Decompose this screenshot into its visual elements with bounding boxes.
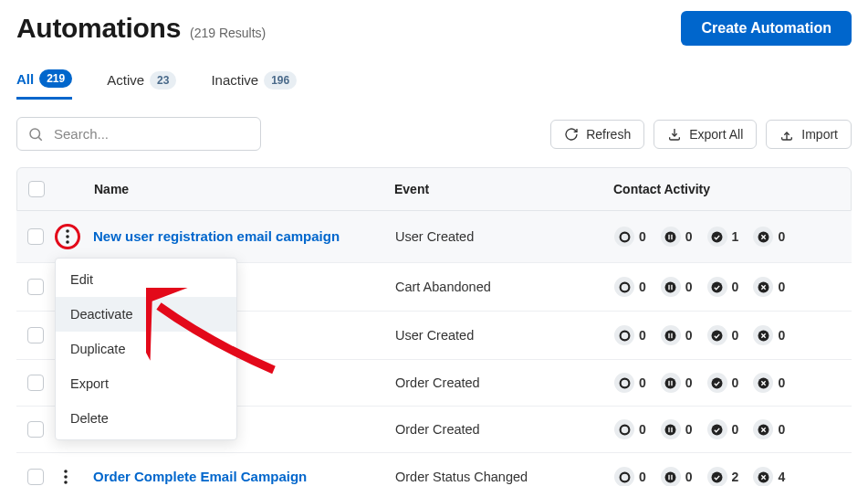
svg-rect-37 bbox=[669, 380, 670, 385]
tab-all-label: All bbox=[16, 71, 34, 87]
stat-paused: 0 bbox=[661, 467, 693, 486]
menu-item-duplicate[interactable]: Duplicate bbox=[56, 332, 236, 366]
svg-rect-57 bbox=[672, 474, 673, 479]
export-all-button[interactable]: Export All bbox=[654, 120, 757, 149]
menu-item-export[interactable]: Export bbox=[56, 366, 236, 401]
automation-name-link[interactable]: Order Complete Email Campaign bbox=[93, 469, 307, 484]
activity-cell: 0000 bbox=[614, 277, 852, 297]
stat-error: 0 bbox=[753, 373, 785, 393]
stat-running: 0 bbox=[614, 325, 646, 345]
menu-item-delete[interactable]: Delete bbox=[56, 401, 236, 436]
paused-icon bbox=[661, 467, 681, 486]
row-menu-button[interactable] bbox=[55, 466, 77, 486]
export-icon bbox=[667, 127, 682, 142]
svg-point-16 bbox=[620, 282, 629, 291]
row-checkbox[interactable] bbox=[27, 228, 44, 245]
svg-point-3 bbox=[66, 235, 69, 238]
table-header: Name Event Contact Activity bbox=[16, 167, 852, 211]
stat-done-value: 0 bbox=[732, 375, 739, 390]
stat-running-value: 0 bbox=[639, 280, 646, 294]
col-activity: Contact Activity bbox=[613, 182, 851, 196]
event-cell: Order Created bbox=[395, 375, 614, 390]
stat-error: 4 bbox=[753, 467, 785, 486]
export-all-label: Export All bbox=[689, 127, 743, 142]
tab-active-label: Active bbox=[107, 72, 144, 88]
automation-name-link[interactable]: New user registration email campaign bbox=[93, 228, 340, 244]
running-icon bbox=[614, 467, 634, 486]
tab-active[interactable]: Active 23 bbox=[107, 64, 176, 100]
select-all-checkbox[interactable] bbox=[28, 181, 45, 197]
stat-running: 0 bbox=[614, 467, 646, 486]
tab-inactive-count: 196 bbox=[264, 71, 297, 90]
stat-done-value: 0 bbox=[732, 328, 739, 343]
running-icon bbox=[614, 419, 634, 439]
stat-error-value: 0 bbox=[778, 422, 785, 437]
event-cell: Order Status Changed bbox=[395, 470, 614, 484]
error-icon bbox=[753, 419, 773, 439]
activity-cell: 0000 bbox=[614, 373, 852, 393]
stat-paused: 0 bbox=[661, 325, 693, 345]
svg-rect-29 bbox=[669, 333, 670, 337]
svg-point-36 bbox=[665, 377, 676, 388]
tab-inactive-label: Inactive bbox=[211, 72, 258, 88]
svg-rect-19 bbox=[672, 284, 673, 289]
tab-all[interactable]: All 219 bbox=[16, 64, 72, 100]
svg-point-54 bbox=[620, 472, 629, 481]
done-icon bbox=[707, 373, 727, 393]
results-count: (219 Results) bbox=[190, 26, 266, 40]
stat-done: 0 bbox=[707, 373, 739, 393]
row-checkbox[interactable] bbox=[27, 375, 44, 391]
svg-point-0 bbox=[30, 129, 40, 139]
paused-icon bbox=[661, 373, 681, 393]
stat-done-value: 1 bbox=[732, 229, 739, 244]
stat-running: 0 bbox=[614, 373, 646, 393]
stat-error-value: 0 bbox=[778, 280, 785, 294]
done-icon bbox=[707, 419, 727, 439]
error-icon bbox=[753, 227, 773, 247]
svg-point-17 bbox=[665, 281, 676, 292]
stat-paused: 0 bbox=[661, 277, 693, 297]
svg-rect-8 bbox=[672, 234, 673, 238]
activity-cell: 0010 bbox=[614, 227, 852, 247]
svg-point-44 bbox=[665, 424, 676, 435]
row-checkbox[interactable] bbox=[27, 279, 44, 295]
create-automation-button[interactable]: Create Automation bbox=[681, 11, 852, 46]
activity-cell: 0024 bbox=[614, 467, 852, 486]
stat-running-value: 0 bbox=[639, 328, 646, 343]
activity-cell: 0000 bbox=[614, 419, 852, 439]
svg-point-47 bbox=[712, 424, 723, 435]
svg-point-6 bbox=[665, 231, 676, 242]
stat-running-value: 0 bbox=[639, 470, 646, 484]
menu-item-edit[interactable]: Edit bbox=[56, 262, 236, 297]
import-icon bbox=[779, 127, 794, 142]
error-icon bbox=[753, 325, 773, 345]
stat-error-value: 4 bbox=[778, 470, 785, 484]
stat-done: 1 bbox=[707, 227, 739, 247]
svg-point-4 bbox=[66, 240, 69, 244]
stat-paused: 0 bbox=[661, 227, 693, 247]
row-checkbox[interactable] bbox=[27, 469, 44, 485]
stat-error: 0 bbox=[753, 277, 785, 297]
import-button[interactable]: Import bbox=[766, 120, 852, 149]
stat-running: 0 bbox=[614, 227, 646, 247]
stat-error: 0 bbox=[753, 227, 785, 247]
stat-done: 0 bbox=[707, 419, 739, 439]
search-input[interactable] bbox=[16, 117, 261, 151]
refresh-button[interactable]: Refresh bbox=[550, 120, 644, 149]
table-row: New user registration email campaignUser… bbox=[16, 211, 852, 263]
stat-running-value: 0 bbox=[639, 375, 646, 390]
event-cell: User Created bbox=[395, 229, 614, 244]
row-checkbox[interactable] bbox=[27, 327, 44, 343]
stat-done: 0 bbox=[707, 277, 739, 297]
stat-paused-value: 0 bbox=[685, 280, 693, 294]
menu-item-deactivate[interactable]: Deactivate bbox=[56, 297, 236, 332]
stat-done: 0 bbox=[707, 325, 739, 345]
row-menu-button[interactable] bbox=[55, 224, 80, 249]
paused-icon bbox=[661, 277, 681, 297]
stat-error-value: 0 bbox=[778, 229, 785, 244]
row-checkbox[interactable] bbox=[27, 421, 44, 438]
tab-inactive[interactable]: Inactive 196 bbox=[211, 64, 297, 100]
row-actions-menu: EditDeactivateDuplicateExportDelete bbox=[55, 258, 237, 440]
svg-rect-38 bbox=[672, 380, 673, 385]
tabs: All 219 Active 23 Inactive 196 bbox=[16, 64, 852, 100]
